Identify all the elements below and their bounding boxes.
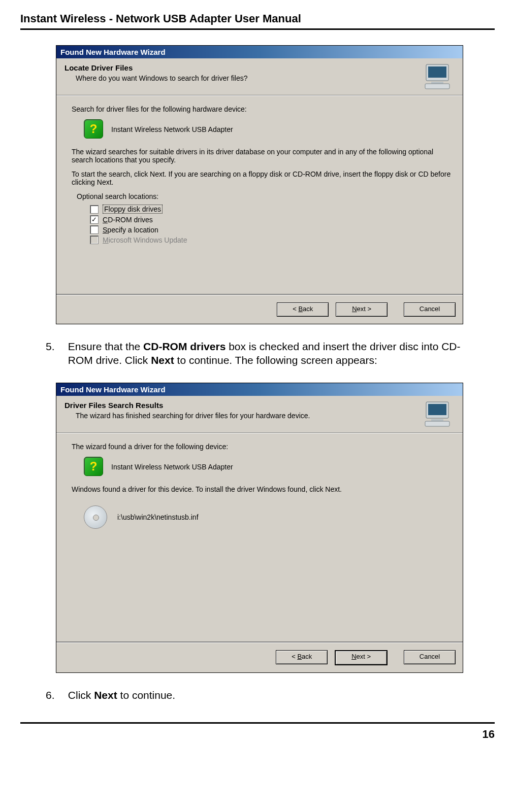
question-icon: ? (84, 119, 104, 140)
dialog-subheading: The wizard has finished searching for dr… (76, 412, 455, 420)
wizard-info-2: To start the search, click Next. If you … (72, 170, 453, 186)
checkbox-icon: ✓ (90, 215, 99, 224)
device-name: Instant Wireless Network USB Adapter (111, 125, 233, 133)
install-info: Windows found a driver for this device. … (72, 485, 453, 493)
back-button[interactable]: < Back (277, 302, 329, 317)
step-text: Click Next to continue. (68, 688, 485, 702)
step-6: 6. Click Next to continue. (46, 688, 495, 702)
dialog-content: The wizard found a driver for the follow… (56, 433, 463, 641)
checkbox-cdrom[interactable]: ✓ CD-ROM drives (90, 215, 453, 224)
found-driver-prompt: The wizard found a driver for the follow… (72, 443, 453, 451)
cancel-button[interactable]: Cancel (404, 650, 456, 664)
dialog-heading: Locate Driver Files (65, 63, 455, 72)
step-number: 6. (46, 688, 65, 702)
button-row: < Back Next > Cancel (56, 295, 463, 324)
svg-rect-7 (425, 421, 449, 426)
driver-path-row: i:\usb\win2k\netinstusb.inf (84, 505, 453, 529)
wizard-dialog-1: Found New Hardware Wizard Locate Driver … (56, 45, 463, 324)
dialog-content: Search for driver files for the followin… (56, 96, 463, 294)
button-row: < Back Next > Cancel (56, 642, 463, 672)
dialog-heading: Driver Files Search Results (65, 401, 455, 410)
next-button[interactable]: Next > (336, 302, 388, 317)
checkbox-floppy[interactable]: Floppy disk drives (90, 205, 453, 214)
document-title: Instant Wireless - Network USB Adapter U… (20, 12, 495, 25)
hardware-banner-icon (422, 61, 456, 91)
search-prompt: Search for driver files for the followin… (72, 105, 453, 113)
footer-rule (20, 722, 495, 724)
manual-page: Instant Wireless - Network USB Adapter U… (0, 0, 515, 751)
svg-rect-5 (428, 404, 446, 415)
checkbox-label: CD-ROM drives (103, 216, 153, 224)
cancel-button[interactable]: Cancel (404, 302, 456, 317)
dialog-header: Locate Driver Files Where do you want Wi… (56, 58, 463, 95)
checkbox-icon (90, 235, 99, 244)
wizard-dialog-2: Found New Hardware Wizard Driver Files S… (56, 383, 463, 673)
page-number: 16 (20, 728, 495, 741)
checkbox-specify[interactable]: Specify a location (90, 225, 453, 234)
step-5: 5. Ensure that the CD-ROM drivers box is… (46, 340, 495, 367)
driver-path: i:\usb\win2k\netinstusb.inf (117, 513, 199, 521)
device-name: Instant Wireless Network USB Adapter (111, 463, 233, 471)
checkbox-label: Microsoft Windows Update (103, 236, 187, 244)
back-button[interactable]: < Back (276, 650, 328, 664)
checkbox-msupdate: Microsoft Windows Update (90, 235, 453, 244)
dialog-subheading: Where do you want Windows to search for … (76, 74, 455, 82)
checkbox-label: Specify a location (103, 226, 158, 234)
hardware-banner-icon (422, 399, 456, 428)
svg-rect-6 (431, 419, 443, 421)
titlebar: Found New Hardware Wizard (56, 46, 463, 58)
checkbox-icon (90, 225, 99, 234)
step-number: 5. (46, 340, 65, 353)
titlebar: Found New Hardware Wizard (56, 383, 463, 396)
svg-rect-3 (425, 84, 449, 89)
checkbox-label: Floppy disk drives (103, 205, 163, 214)
header-rule (20, 28, 495, 30)
dialog-header: Driver Files Search Results The wizard h… (56, 396, 463, 432)
checkbox-icon (90, 205, 99, 214)
svg-rect-2 (431, 82, 443, 84)
step-text: Ensure that the CD-ROM drivers box is ch… (68, 340, 485, 367)
svg-rect-1 (428, 66, 446, 78)
question-icon: ? (84, 457, 104, 477)
device-row: ? Instant Wireless Network USB Adapter (84, 457, 453, 477)
checkbox-group: Floppy disk drives ✓ CD-ROM drives Speci… (90, 205, 453, 244)
device-row: ? Instant Wireless Network USB Adapter (84, 119, 453, 140)
optional-locations-label: Optional search locations: (77, 192, 453, 200)
next-button[interactable]: Next > (335, 650, 388, 665)
wizard-info-1: The wizard searches for suitable drivers… (72, 148, 453, 164)
cd-icon (84, 505, 107, 529)
